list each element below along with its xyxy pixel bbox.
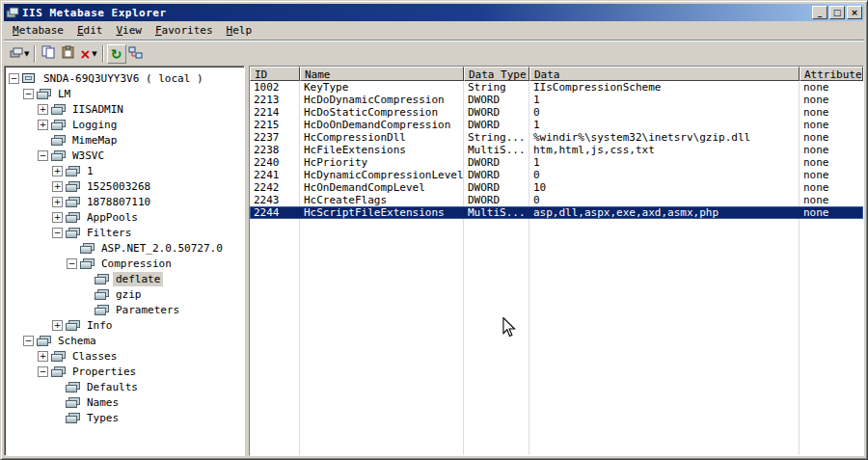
minus-expander-icon[interactable]: − bbox=[23, 89, 34, 99]
new-record-button[interactable]: ▼ bbox=[8, 44, 31, 64]
plus-expander-icon[interactable]: + bbox=[52, 166, 63, 176]
close-button[interactable]: × bbox=[847, 6, 862, 19]
plus-expander-icon[interactable]: + bbox=[38, 104, 48, 115]
plus-expander-icon[interactable]: + bbox=[38, 351, 48, 362]
database-icon bbox=[66, 320, 80, 331]
tree-item-1[interactable]: +1 bbox=[5, 163, 244, 178]
cell-name: HcCompressionDll bbox=[300, 131, 464, 144]
table-row-2238[interactable]: 2238HcFileExtensionsMultiS...htm,html,js… bbox=[250, 144, 863, 156]
table-row-1002[interactable]: 1002KeyTypeStringIIsCompressionSchemenon… bbox=[250, 81, 863, 94]
tree-item-label: Info bbox=[84, 318, 116, 333]
cell-data: asp,dll,aspx,exe,axd,asmx,php bbox=[529, 206, 800, 219]
column-header-data-type[interactable]: Data Type bbox=[464, 67, 529, 81]
table-row-2241[interactable]: 2241HcDynamicCompressionLevelDWORD0none bbox=[250, 169, 863, 181]
tree-item-parameters[interactable]: Parameters bbox=[5, 302, 244, 317]
minus-expander-icon[interactable]: − bbox=[38, 150, 48, 161]
connect-button[interactable] bbox=[126, 44, 146, 64]
tree-item-schema[interactable]: −Schema bbox=[5, 333, 244, 348]
tree-item-deflate[interactable]: deflate bbox=[5, 271, 244, 286]
cell-data: IIsCompressionScheme bbox=[529, 81, 800, 94]
tree-item-label: Parameters bbox=[113, 303, 182, 317]
table-row-2237[interactable]: 2237HcCompressionDllString...%windir%\sy… bbox=[250, 131, 863, 144]
tree-item-label: gzip bbox=[113, 287, 145, 302]
database-icon bbox=[95, 274, 109, 284]
toolbar: ▼ × ▼ ↻ bbox=[4, 41, 864, 66]
tree-item-logging[interactable]: +Logging bbox=[5, 117, 244, 132]
menu-metabase[interactable]: Metabase bbox=[6, 22, 70, 39]
tree-item-types[interactable]: Types bbox=[5, 410, 244, 425]
table-row-2242[interactable]: 2242HcOnDemandCompLevelDWORD10none bbox=[250, 181, 863, 194]
record-list: IDNameData TypeDataAttributes 1002KeyTyp… bbox=[249, 66, 864, 456]
refresh-button[interactable]: ↻ bbox=[107, 44, 126, 64]
table-row-2244[interactable]: 2244HcScriptFileExtensionsMultiS...asp,d… bbox=[250, 206, 863, 219]
column-header-data[interactable]: Data bbox=[529, 67, 800, 81]
tree-item-properties[interactable]: −Properties bbox=[5, 364, 244, 379]
menu-edit[interactable]: Edit bbox=[70, 22, 110, 39]
maximize-button[interactable]: □ bbox=[829, 6, 845, 19]
minus-expander-icon[interactable]: − bbox=[23, 336, 34, 346]
tree-item-apppools[interactable]: +AppPools bbox=[5, 209, 244, 225]
tree-item-w3svc[interactable]: −W3SVC bbox=[5, 148, 244, 163]
cell-name: HcDoDynamicCompression bbox=[300, 94, 464, 106]
cell-data: %windir%\system32\inetsrv\gzip.dll bbox=[529, 131, 800, 144]
tree-item-lm[interactable]: −LM bbox=[5, 86, 244, 101]
delete-x-icon: × bbox=[79, 47, 91, 61]
tree-item-iisadmin[interactable]: +IISADMIN bbox=[5, 101, 244, 117]
cell-id: 2242 bbox=[250, 181, 300, 194]
tree-item-gzip[interactable]: gzip bbox=[5, 286, 244, 302]
cell-data: 1 bbox=[529, 94, 800, 106]
tree-item-label: deflate bbox=[113, 272, 163, 286]
minus-expander-icon[interactable]: − bbox=[67, 258, 77, 269]
app-icon bbox=[6, 7, 19, 19]
table-row-2240[interactable]: 2240HcPriorityDWORD1none bbox=[250, 156, 863, 169]
tree-item-classes[interactable]: +Classes bbox=[5, 348, 244, 364]
menu-view[interactable]: View bbox=[109, 22, 149, 39]
cell-id: 2243 bbox=[250, 194, 300, 206]
table-row-2215[interactable]: 2215HcDoOnDemandCompressionDWORD1none bbox=[250, 119, 863, 131]
tree-item-mimemap[interactable]: MimeMap bbox=[5, 132, 244, 148]
tree-item-asp-net-2-0-50727-0[interactable]: ASP.NET_2.0.50727.0 bbox=[5, 240, 244, 256]
network-icon bbox=[128, 46, 143, 62]
minus-expander-icon[interactable]: − bbox=[52, 228, 63, 238]
dropdown-arrow-icon[interactable]: ▼ bbox=[24, 50, 29, 58]
database-icon bbox=[80, 243, 95, 254]
computer-icon bbox=[22, 73, 37, 84]
minus-expander-icon[interactable]: − bbox=[9, 73, 19, 84]
database-icon bbox=[66, 228, 80, 238]
tree-item-filters[interactable]: −Filters bbox=[5, 225, 244, 240]
menu-favorites[interactable]: Favorites bbox=[149, 22, 220, 39]
tree-item-defaults[interactable]: Defaults bbox=[5, 379, 244, 394]
table-row-2214[interactable]: 2214HcDoStaticCompressionDWORD0none bbox=[250, 106, 863, 119]
column-header-name[interactable]: Name bbox=[300, 67, 464, 81]
plus-expander-icon[interactable]: + bbox=[38, 120, 48, 130]
tree-item-names[interactable]: Names bbox=[5, 394, 244, 410]
dropdown-arrow-icon[interactable]: ▼ bbox=[92, 50, 96, 58]
copy-button[interactable] bbox=[39, 44, 58, 64]
plus-expander-icon[interactable]: + bbox=[52, 320, 63, 331]
plus-expander-icon[interactable]: + bbox=[52, 197, 63, 207]
minimize-button[interactable]: _ bbox=[812, 6, 827, 19]
paste-button[interactable] bbox=[58, 44, 77, 64]
menubar: MetabaseEditViewFavoritesHelp bbox=[4, 21, 864, 41]
minus-expander-icon[interactable]: − bbox=[38, 366, 48, 377]
tree-item-1525003268[interactable]: +1525003268 bbox=[5, 178, 244, 194]
column-header-attributes[interactable]: Attributes bbox=[800, 67, 863, 81]
delete-button[interactable]: × ▼ bbox=[77, 44, 98, 64]
tree-item-compression[interactable]: −Compression bbox=[5, 256, 244, 271]
plus-expander-icon[interactable]: + bbox=[52, 212, 63, 223]
table-row-2213[interactable]: 2213HcDoDynamicCompressionDWORD1none bbox=[250, 94, 863, 106]
tree-item-label: Names bbox=[84, 395, 122, 410]
database-icon bbox=[66, 397, 80, 408]
column-header-id[interactable]: ID bbox=[250, 67, 300, 81]
cell-id: 2244 bbox=[250, 206, 300, 219]
database-icon bbox=[66, 413, 80, 423]
tree-item-snda-69q3uyy3v6-local[interactable]: −SNDA-69Q3UYY3V6 ( local ) bbox=[5, 70, 244, 86]
cell-id: 2241 bbox=[250, 169, 300, 181]
table-row-2243[interactable]: 2243HcCreateFlagsDWORD0none bbox=[250, 194, 863, 206]
tree-item-1878807110[interactable]: +1878807110 bbox=[5, 194, 244, 209]
plus-expander-icon[interactable]: + bbox=[52, 181, 63, 192]
tree-item-info[interactable]: +Info bbox=[5, 317, 244, 333]
window-title: IIS Metabase Explorer bbox=[22, 7, 810, 19]
menu-help[interactable]: Help bbox=[220, 22, 259, 39]
cell-attributes: none bbox=[800, 131, 863, 144]
